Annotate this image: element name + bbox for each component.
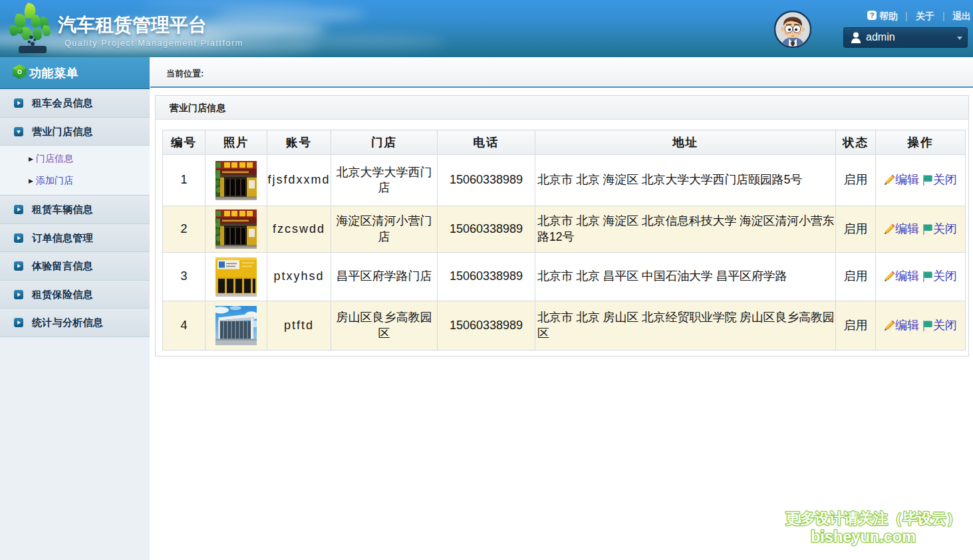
svg-text:bisheyun.com: bisheyun.com (811, 528, 916, 545)
svg-text:更多设计请关注（毕设云）: 更多设计请关注（毕设云） (785, 510, 961, 527)
